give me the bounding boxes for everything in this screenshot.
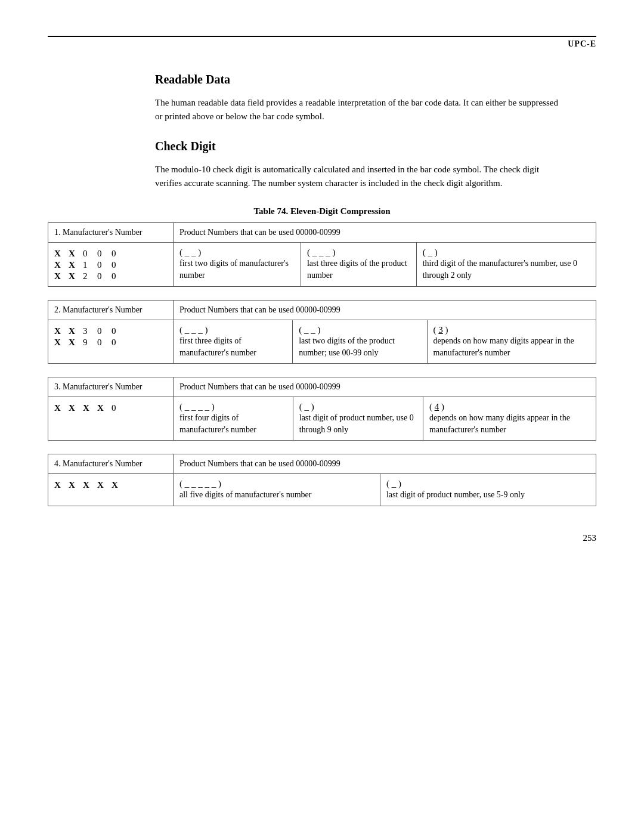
table-3-mfg-label: 3. Manufacturer's Number xyxy=(48,377,174,397)
code-line-2: X X 1 0 0 xyxy=(54,260,167,270)
readable-data-body: The human readable data field provides a… xyxy=(155,96,561,123)
table-2-header-row: 2. Manufacturer's Number Product Numbers… xyxy=(48,301,596,320)
table-4-header-row: 4. Manufacturer's Number Product Numbers… xyxy=(48,454,596,474)
table-4-mfg-label: 4. Manufacturer's Number xyxy=(48,454,174,474)
table-2-data-row: X X 3 0 0 X X 9 0 0 ( _ _ _ xyxy=(48,320,596,364)
page-number: 253 xyxy=(583,533,597,543)
table-1-header-row: 1. Manufacturer's Number Product Numbers… xyxy=(48,223,596,243)
table-4-product-label: Product Numbers that can be used 00000-0… xyxy=(174,454,596,474)
table-4-codes: X X X X X xyxy=(48,474,174,506)
table-2-col2: ( _ _ ) last two digits of the product n… xyxy=(293,320,427,364)
table-3-product-label: Product Numbers that can be used 00000-0… xyxy=(174,377,596,397)
code-line-5: X X 9 0 0 xyxy=(54,337,167,348)
table-title: Table 74. Eleven-Digit Compression xyxy=(48,206,596,216)
table-3-col1: ( _ _ _ _ ) first four digits of manufac… xyxy=(174,397,293,441)
code-line-7: X X X X X xyxy=(54,480,167,490)
code-line-4: X X 3 0 0 xyxy=(54,326,167,336)
table-3: 3. Manufacturer's Number Product Numbers… xyxy=(48,377,596,441)
code-line-6: X X X X 0 xyxy=(54,403,167,413)
table-2-col3: ( 3 ) depends on how many digits appear … xyxy=(427,320,596,364)
header: UPC-E xyxy=(48,36,596,49)
table-1-col1: ( _ _ ) first two digits of manufacturer… xyxy=(174,243,301,287)
table-1-codes: X X 0 0 0 X X 1 0 0 X X xyxy=(48,243,174,287)
table-2-product-label: Product Numbers that can be used 00000-0… xyxy=(174,301,596,320)
table-1-col3: ( _ ) third digit of the manufacturer's … xyxy=(416,243,596,287)
table-1-mfg-label: 1. Manufacturer's Number xyxy=(48,223,174,243)
table-4: 4. Manufacturer's Number Product Numbers… xyxy=(48,454,596,506)
table-4-col1: ( _ _ _ _ _ ) all five digits of manufac… xyxy=(174,474,380,506)
readable-data-title: Readable Data xyxy=(155,73,596,86)
table-2-col1: ( _ _ _ ) first three digits of manufact… xyxy=(174,320,293,364)
header-title: UPC-E xyxy=(568,39,596,49)
code-line-1: X X 0 0 0 xyxy=(54,249,167,259)
page: UPC-E Readable Data The human readable d… xyxy=(0,0,644,567)
table-3-data-row: X X X X 0 ( _ _ _ _ ) first four digits … xyxy=(48,397,596,441)
table-1-col2: ( _ _ _ ) last three digits of the produ… xyxy=(301,243,416,287)
table-2: 2. Manufacturer's Number Product Numbers… xyxy=(48,300,596,364)
table-2-mfg-label: 2. Manufacturer's Number xyxy=(48,301,174,320)
table-2-codes: X X 3 0 0 X X 9 0 0 xyxy=(48,320,174,364)
check-digit-title: Check Digit xyxy=(155,140,596,153)
check-digit-body: The modulo-10 check digit is automatical… xyxy=(155,163,561,190)
table-3-codes: X X X X 0 xyxy=(48,397,174,441)
table-1-data-row: X X 0 0 0 X X 1 0 0 X X xyxy=(48,243,596,287)
table-4-col2: ( _ ) last digit of product number, use … xyxy=(380,474,596,506)
table-4-data-row: X X X X X ( _ _ _ _ _ ) all five digits … xyxy=(48,474,596,506)
table-1: 1. Manufacturer's Number Product Numbers… xyxy=(48,222,596,287)
table-3-col3: ( 4 ) depends on how many digits appear … xyxy=(423,397,596,441)
table-1-product-label: Product Numbers that can be used 00000-0… xyxy=(174,223,596,243)
table-3-header-row: 3. Manufacturer's Number Product Numbers… xyxy=(48,377,596,397)
code-line-3: X X 2 0 0 xyxy=(54,271,167,281)
table-3-col2: ( _ ) last digit of product number, use … xyxy=(293,397,423,441)
